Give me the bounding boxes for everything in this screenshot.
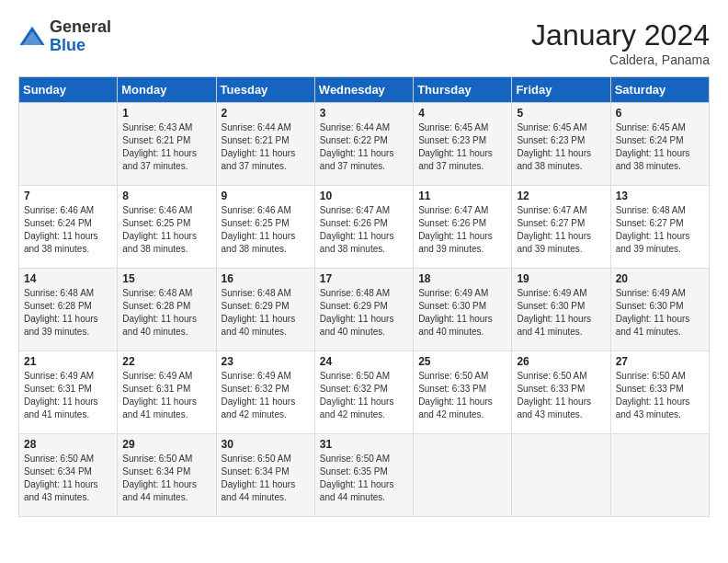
calendar-cell: 6Sunrise: 6:45 AMSunset: 6:24 PMDaylight… [610,103,709,186]
day-number: 26 [517,355,605,368]
day-number: 7 [24,190,112,202]
day-info: Sunrise: 6:45 AMSunset: 6:24 PMDaylight:… [616,121,704,173]
day-number: 13 [616,190,704,202]
day-number: 23 [222,355,310,368]
day-info: Sunrise: 6:48 AMSunset: 6:28 PMDaylight:… [122,287,210,339]
day-info: Sunrise: 6:50 AMSunset: 6:34 PMDaylight:… [122,453,210,504]
day-number: 5 [517,107,605,120]
day-number: 25 [418,355,506,368]
calendar-cell: 22Sunrise: 6:49 AMSunset: 6:31 PMDayligh… [118,351,216,434]
day-number: 16 [222,272,310,285]
day-number: 20 [616,272,704,285]
day-number: 14 [24,272,112,285]
day-info: Sunrise: 6:50 AMSunset: 6:35 PMDaylight:… [320,453,408,504]
logo-icon [18,23,46,51]
calendar-cell: 10Sunrise: 6:47 AMSunset: 6:26 PMDayligh… [314,186,413,269]
page-header: General Blue January 2024 Caldera, Panam… [18,18,710,67]
day-number: 30 [222,438,310,451]
calendar-cell: 25Sunrise: 6:50 AMSunset: 6:33 PMDayligh… [414,351,512,434]
weekday-header-row: SundayMondayTuesdayWednesdayThursdayFrid… [19,77,710,103]
calendar-cell: 16Sunrise: 6:48 AMSunset: 6:29 PMDayligh… [216,269,314,351]
day-info: Sunrise: 6:48 AMSunset: 6:27 PMDaylight:… [616,204,704,256]
day-number: 18 [418,272,506,285]
calendar-cell: 28Sunrise: 6:50 AMSunset: 6:34 PMDayligh… [19,434,118,517]
calendar-week-row: 14Sunrise: 6:48 AMSunset: 6:28 PMDayligh… [19,269,710,351]
day-info: Sunrise: 6:48 AMSunset: 6:28 PMDaylight:… [24,287,112,339]
day-info: Sunrise: 6:50 AMSunset: 6:33 PMDaylight:… [517,370,605,421]
main-title: January 2024 [531,18,710,52]
calendar-cell: 27Sunrise: 6:50 AMSunset: 6:33 PMDayligh… [610,351,709,434]
day-number: 6 [616,107,704,120]
calendar-cell: 11Sunrise: 6:47 AMSunset: 6:26 PMDayligh… [414,186,512,269]
calendar-cell [19,103,118,186]
day-info: Sunrise: 6:49 AMSunset: 6:31 PMDaylight:… [24,370,112,421]
logo-blue: Blue [50,37,111,55]
logo-general: General [50,18,111,37]
day-info: Sunrise: 6:49 AMSunset: 6:30 PMDaylight:… [517,287,605,339]
day-info: Sunrise: 6:45 AMSunset: 6:23 PMDaylight:… [418,121,506,173]
day-info: Sunrise: 6:43 AMSunset: 6:21 PMDaylight:… [122,121,210,173]
title-block: January 2024 Caldera, Panama [531,18,710,67]
day-info: Sunrise: 6:47 AMSunset: 6:26 PMDaylight:… [320,204,408,256]
calendar-cell: 2Sunrise: 6:44 AMSunset: 6:21 PMDaylight… [216,103,314,186]
day-number: 15 [122,272,210,285]
calendar-cell: 1Sunrise: 6:43 AMSunset: 6:21 PMDaylight… [118,103,216,186]
calendar-cell: 9Sunrise: 6:46 AMSunset: 6:25 PMDaylight… [216,186,314,269]
day-info: Sunrise: 6:49 AMSunset: 6:32 PMDaylight:… [222,370,310,421]
calendar-cell: 23Sunrise: 6:49 AMSunset: 6:32 PMDayligh… [216,351,314,434]
logo-text: General Blue [50,18,111,55]
day-number: 8 [122,190,210,202]
calendar-cell: 14Sunrise: 6:48 AMSunset: 6:28 PMDayligh… [19,269,118,351]
day-number: 24 [320,355,408,368]
day-number: 12 [517,190,605,202]
calendar-week-row: 21Sunrise: 6:49 AMSunset: 6:31 PMDayligh… [19,351,710,434]
day-info: Sunrise: 6:50 AMSunset: 6:33 PMDaylight:… [616,370,704,421]
day-info: Sunrise: 6:50 AMSunset: 6:34 PMDaylight:… [222,453,310,504]
day-number: 4 [418,107,506,120]
calendar-cell: 4Sunrise: 6:45 AMSunset: 6:23 PMDaylight… [414,103,512,186]
day-number: 19 [517,272,605,285]
day-number: 27 [616,355,704,368]
calendar-cell: 31Sunrise: 6:50 AMSunset: 6:35 PMDayligh… [314,434,413,517]
calendar-cell: 12Sunrise: 6:47 AMSunset: 6:27 PMDayligh… [512,186,610,269]
day-info: Sunrise: 6:48 AMSunset: 6:29 PMDaylight:… [222,287,310,339]
day-number: 11 [418,190,506,202]
day-info: Sunrise: 6:45 AMSunset: 6:23 PMDaylight:… [517,121,605,173]
calendar-cell: 13Sunrise: 6:48 AMSunset: 6:27 PMDayligh… [610,186,709,269]
day-info: Sunrise: 6:49 AMSunset: 6:31 PMDaylight:… [122,370,210,421]
calendar-cell: 30Sunrise: 6:50 AMSunset: 6:34 PMDayligh… [216,434,314,517]
calendar-cell: 19Sunrise: 6:49 AMSunset: 6:30 PMDayligh… [512,269,610,351]
calendar-cell: 29Sunrise: 6:50 AMSunset: 6:34 PMDayligh… [118,434,216,517]
day-info: Sunrise: 6:49 AMSunset: 6:30 PMDaylight:… [616,287,704,339]
calendar-cell: 5Sunrise: 6:45 AMSunset: 6:23 PMDaylight… [512,103,610,186]
calendar-cell: 3Sunrise: 6:44 AMSunset: 6:22 PMDaylight… [314,103,413,186]
day-info: Sunrise: 6:46 AMSunset: 6:24 PMDaylight:… [24,204,112,256]
subtitle: Caldera, Panama [531,52,710,67]
calendar-cell: 15Sunrise: 6:48 AMSunset: 6:28 PMDayligh… [118,269,216,351]
day-info: Sunrise: 6:50 AMSunset: 6:32 PMDaylight:… [320,370,408,421]
weekday-header-tuesday: Tuesday [216,77,314,103]
calendar-cell [610,434,709,517]
calendar-cell: 18Sunrise: 6:49 AMSunset: 6:30 PMDayligh… [414,269,512,351]
day-info: Sunrise: 6:49 AMSunset: 6:30 PMDaylight:… [418,287,506,339]
day-number: 21 [24,355,112,368]
day-info: Sunrise: 6:46 AMSunset: 6:25 PMDaylight:… [122,204,210,256]
day-number: 29 [122,438,210,451]
day-number: 22 [122,355,210,368]
weekday-header-monday: Monday [118,77,216,103]
logo: General Blue [18,18,111,55]
day-number: 28 [24,438,112,451]
weekday-header-friday: Friday [512,77,610,103]
calendar-cell: 17Sunrise: 6:48 AMSunset: 6:29 PMDayligh… [314,269,413,351]
calendar-cell [512,434,610,517]
day-number: 3 [320,107,408,120]
weekday-header-saturday: Saturday [610,77,709,103]
day-number: 31 [320,438,408,451]
weekday-header-sunday: Sunday [19,77,118,103]
day-number: 10 [320,190,408,202]
calendar-cell: 24Sunrise: 6:50 AMSunset: 6:32 PMDayligh… [314,351,413,434]
calendar-cell: 21Sunrise: 6:49 AMSunset: 6:31 PMDayligh… [19,351,118,434]
day-number: 2 [222,107,310,120]
calendar-week-row: 1Sunrise: 6:43 AMSunset: 6:21 PMDaylight… [19,103,710,186]
day-info: Sunrise: 6:44 AMSunset: 6:21 PMDaylight:… [222,121,310,173]
